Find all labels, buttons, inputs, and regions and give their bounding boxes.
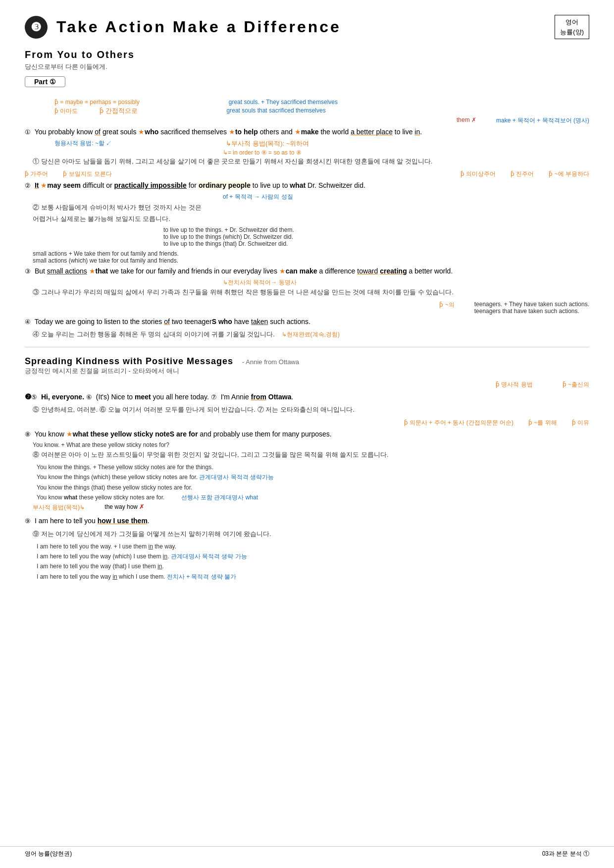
- section1-subtitle: 당신으로부터 다른 이들에게.: [25, 62, 589, 71]
- sentence-2-kor: ② 보통 사람들에게 슈바이처 박사가 했던 것까지 사는 것은어렵거나 실제로…: [33, 202, 589, 224]
- sentence-8-bottom-notes: 부사적 용법(목적)↳ the way how ✗: [33, 503, 589, 512]
- anno-them-x: them ✗: [457, 116, 476, 125]
- anno-boil: ƥ 보일지도 모른다: [63, 170, 112, 178]
- sentence-2-of-note: of + 목적격 → 사람의 성질: [223, 193, 589, 201]
- anno-sentence8-top: ƥ 의문사 + 주어 + 동사 (간접의문문 어순) ƥ ~를 위해 ƥ 이유: [25, 419, 589, 427]
- anno-maybe: ƥ = maybe = perhaps = possibly: [54, 99, 140, 106]
- sentence-2-subnotes: to live up to the things. + Dr. Schweitz…: [163, 226, 589, 247]
- sentence-2-block: ② It ★may seem difficult or practically …: [25, 179, 589, 247]
- sentence-3-block: ③ But small actions ★that we take for ou…: [25, 265, 589, 298]
- anno-amado: ƥ 아마도: [54, 108, 78, 114]
- anno-make-note: make + 목적어 + 목적격보어 (명사): [496, 116, 589, 125]
- sentence-4-kor: ④ 오늘 우리는 그러한 행동을 취해온 두 명의 십대의 이야기에 귀를 기울…: [33, 329, 589, 340]
- sentence-3-eng: ③ But small actions ★that we take for ou…: [25, 265, 589, 277]
- sentence-9-kor: ⑨ 저는 여기에 당신에게 제가 그것들을 어떻게 쓰는지 말하기위해 여기에 …: [33, 529, 589, 540]
- sentence-4-eng: ④ Today we are going to listen to the st…: [25, 316, 589, 328]
- sentence-1-eng: ① You probably know of great souls ★who …: [25, 126, 589, 138]
- anno-maybe-area: ƥ = maybe = perhaps = possibly great sou…: [54, 98, 589, 125]
- section1: From You to Others 당신으로부터 다른 이들에게. Part …: [25, 49, 589, 93]
- anno-reul-wihae: ƥ ~를 위해: [528, 419, 557, 427]
- section2-header: Spreading Kindness with Positive Message…: [25, 356, 589, 376]
- sentence-567-block: ❷⑤ Hi, everyone. ⑥ (It's) Nice to meet y…: [25, 390, 589, 415]
- anno-sentence2-top: ƥ 가주어 ƥ 보일지도 모른다 ƥ 의미상주어 ƥ 진주어 ƥ ~에 부응하다: [25, 170, 589, 178]
- sentence-8-block: ⑧ You know ★what these yellow sticky not…: [25, 428, 589, 512]
- sentence-1-notes: 형용사적 용법: ~할 ↙ ↳부사적 용법(목적): ~위하여: [54, 139, 589, 148]
- anno-sentences567-top: ƥ 명사적 용법 ƥ ~출신의: [25, 380, 589, 389]
- page-header: ❸ Take Action Make a Difference 영어 능률(양): [25, 15, 589, 39]
- anno-sentence4-top: ƥ ~의 teenagers. + They have taken such a…: [25, 301, 589, 315]
- section2-title: Spreading Kindness with Positive Message…: [25, 356, 233, 367]
- title-area: ❸ Take Action Make a Difference: [25, 16, 341, 39]
- subject-name: 영어: [560, 17, 584, 27]
- anno-gajueo: ƥ 가주어: [25, 170, 48, 178]
- section2-subtitle-kor: 긍정적인 메시지로 친절을 퍼뜨리기 - 오타와에서 애니: [25, 367, 589, 376]
- part-label: Part ①: [25, 76, 65, 87]
- anno-sentence3-top: small actions + We take them for out fam…: [33, 250, 589, 264]
- sentence-1-kor: ① 당신은 아마도 남들을 돕기 위해, 그리고 세상을 살기에 더 좋은 곳으…: [33, 156, 589, 167]
- anno-myeongsa: ƥ 명사적 용법: [496, 380, 533, 389]
- sentence-9-block: ⑨ I am here to tell you how I use them. …: [25, 515, 589, 582]
- sentence-3-note: ↳전치사의 목적어→ 동명사: [223, 278, 589, 287]
- subject-badge: 영어 능률(양): [555, 15, 589, 39]
- chapter-number: ❸: [25, 16, 48, 39]
- anno-buung: ƥ ~에 부응하다: [549, 170, 589, 178]
- footer-right: 03과 본문 분석 ①: [542, 850, 589, 858]
- sentence-1-note2: ↳= in order to ⑧ = so as to ⑧: [223, 149, 589, 156]
- subject-detail: 능률(양): [560, 27, 584, 37]
- sentence-9-eng: ⑨ I am here to tell you how I use them.: [25, 515, 589, 527]
- sentence-4-block: ④ Today we are going to listen to the st…: [25, 316, 589, 340]
- footer-left: 영어 능률(양현권): [25, 850, 72, 858]
- sentence-9-subnotes: I am here to tell you the way. + I use t…: [37, 542, 589, 582]
- sentence-567-kor: ⑤ 안녕하세요, 여러분. ⑥ 오늘 여기서 여러분 모두를 만나게 되어 반갑…: [33, 404, 589, 415]
- chapter-title: Take Action Make a Difference: [56, 18, 341, 36]
- sentence-8-pre-note: You know. + What are these yellow sticky…: [33, 441, 589, 448]
- page-footer: 영어 능률(양현권) 03과 본문 분석 ①: [0, 846, 614, 858]
- sentence-2-eng: ② It ★may seem difficult or practically …: [25, 179, 589, 192]
- sentence-8-kor: ⑧ 여러분은 아마 이 노란 포스트잇들이 무엇을 위한 것인지 알 것입니다,…: [33, 449, 589, 460]
- anno-iyu: ƥ 이유: [572, 419, 589, 427]
- anno-chulsin: ƥ ~출신의: [563, 380, 589, 389]
- anno-uimi: ƥ 의미상주어: [460, 170, 496, 178]
- sentence-8-subnotes: You know the things. + These yellow stic…: [37, 462, 589, 503]
- anno-great-souls1: great souls. + They sacrificed themselve…: [229, 99, 338, 106]
- anno-ganjeopjeok: ƥ 간접적으로: [100, 107, 138, 114]
- anno-eu-i: ƥ ~의: [439, 301, 454, 315]
- section1-title: From You to Others: [25, 49, 589, 60]
- anno-jinju: ƥ 진주어: [511, 170, 534, 178]
- sentence-3-kor: ③ 그러나 우리가 우리의 매일의 삶에서 우리 가족과 친구들을 위해 취했던…: [33, 287, 589, 298]
- sentence-8-eng: ⑧ You know ★what these yellow sticky not…: [25, 428, 589, 440]
- anno-ganjeop: ƥ 의문사 + 주어 + 동사 (간접의문문 어순): [404, 419, 513, 427]
- section2-subtitle: - Annie from Ottawa: [242, 358, 299, 366]
- anno-great-souls2: great souls that sacrificed themselves: [227, 107, 326, 114]
- sentence-1-block: ① You probably know of great souls ★who …: [25, 126, 589, 167]
- sentence-567-eng: ❷⑤ Hi, everyone. ⑥ (It's) Nice to meet y…: [25, 390, 589, 403]
